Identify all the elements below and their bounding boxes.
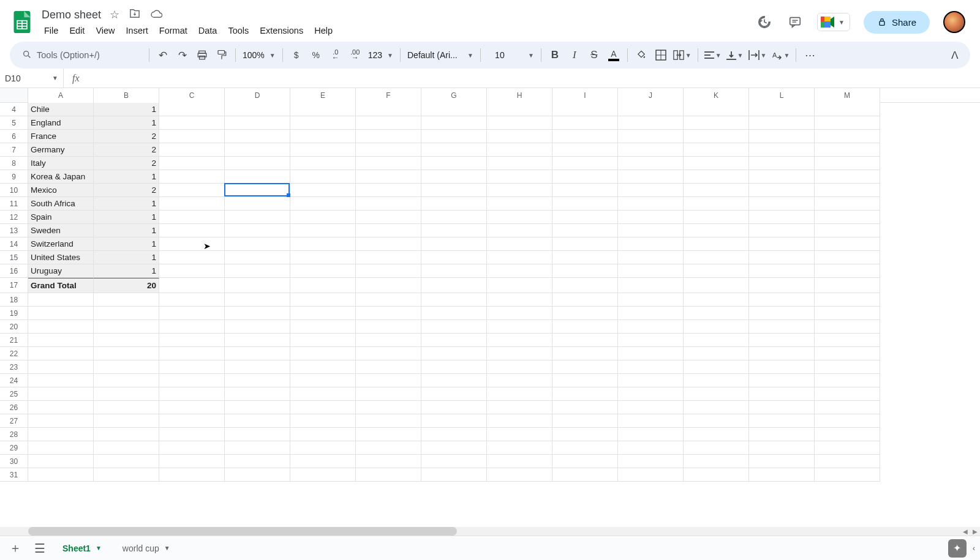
cell-F15[interactable] (356, 251, 421, 264)
cell-E16[interactable] (290, 264, 356, 278)
cell-D7[interactable] (225, 143, 290, 157)
cell-L26[interactable] (749, 401, 815, 414)
cell-I19[interactable] (552, 307, 618, 320)
cell-F13[interactable] (356, 224, 421, 237)
cell-A28[interactable] (28, 428, 94, 441)
cell-K8[interactable] (684, 157, 749, 170)
cell-A12[interactable]: Spain (28, 211, 94, 224)
cell-F8[interactable] (356, 157, 421, 170)
cell-C24[interactable] (159, 374, 225, 387)
cell-B28[interactable] (94, 428, 159, 441)
cell-K19[interactable] (684, 307, 749, 320)
sheet-tab-sheet1[interactable]: Sheet1▼ (54, 539, 110, 558)
cell-E9[interactable] (290, 170, 356, 184)
cell-H15[interactable] (487, 251, 552, 264)
cell-L5[interactable] (749, 116, 815, 130)
cell-I23[interactable] (552, 360, 618, 374)
cell-E12[interactable] (290, 211, 356, 224)
cell-L23[interactable] (749, 360, 815, 374)
row-header-8[interactable]: 8 (0, 157, 28, 170)
cell-M14[interactable] (815, 237, 880, 251)
cell-G17[interactable] (421, 278, 487, 293)
cell-L25[interactable] (749, 387, 815, 401)
cell-C30[interactable] (159, 455, 225, 468)
cell-H25[interactable] (487, 387, 552, 401)
cell-A19[interactable] (28, 307, 94, 320)
column-header-G[interactable]: G (421, 88, 487, 103)
cell-M8[interactable] (815, 157, 880, 170)
doc-title[interactable]: Demo sheet (39, 9, 104, 21)
cell-C29[interactable] (159, 441, 225, 455)
cell-G16[interactable] (421, 264, 487, 278)
redo-button[interactable]: ↷ (173, 46, 192, 64)
cell-A10[interactable]: Mexico (28, 184, 94, 197)
side-panel-toggle[interactable]: ‹ (973, 543, 975, 553)
cell-A30[interactable] (28, 455, 94, 468)
column-header-I[interactable]: I (552, 88, 618, 103)
cell-F24[interactable] (356, 374, 421, 387)
cell-H18[interactable] (487, 293, 552, 307)
cell-I31[interactable] (552, 468, 618, 482)
cell-J29[interactable] (618, 441, 684, 455)
zoom-dropdown[interactable]: 100%▼ (240, 50, 278, 60)
row-header-26[interactable]: 26 (0, 401, 28, 414)
cell-G27[interactable] (421, 414, 487, 428)
cell-B16[interactable]: 1 (94, 264, 159, 278)
cell-J17[interactable] (618, 278, 684, 293)
cell-G14[interactable] (421, 237, 487, 251)
cell-H20[interactable] (487, 320, 552, 334)
row-header-27[interactable]: 27 (0, 414, 28, 428)
cell-J30[interactable] (618, 455, 684, 468)
collapse-toolbar-button[interactable]: ᐱ (946, 46, 964, 64)
cell-J5[interactable] (618, 116, 684, 130)
horizontal-align-button[interactable]: ▼ (703, 46, 723, 64)
cell-I16[interactable] (552, 264, 618, 278)
horizontal-scrollbar[interactable]: ◀ ▶ (0, 527, 980, 536)
print-button[interactable] (193, 46, 211, 64)
row-header-30[interactable]: 30 (0, 455, 28, 468)
cell-L9[interactable] (749, 170, 815, 184)
cell-L22[interactable] (749, 347, 815, 360)
formula-input[interactable] (88, 69, 980, 88)
cell-F26[interactable] (356, 401, 421, 414)
cell-M30[interactable] (815, 455, 880, 468)
cell-K30[interactable] (684, 455, 749, 468)
cell-G31[interactable] (421, 468, 487, 482)
cell-B7[interactable]: 2 (94, 143, 159, 157)
cell-B29[interactable] (94, 441, 159, 455)
cell-H4[interactable] (487, 103, 552, 116)
cell-K31[interactable] (684, 468, 749, 482)
column-header-C[interactable]: C (159, 88, 225, 103)
cell-E19[interactable] (290, 307, 356, 320)
row-header-5[interactable]: 5 (0, 116, 28, 130)
cell-C27[interactable] (159, 414, 225, 428)
cell-L18[interactable] (749, 293, 815, 307)
cell-F12[interactable] (356, 211, 421, 224)
cell-C16[interactable] (159, 264, 225, 278)
cell-A5[interactable]: England (28, 116, 94, 130)
cell-M29[interactable] (815, 441, 880, 455)
cell-F21[interactable] (356, 334, 421, 347)
cell-M28[interactable] (815, 428, 880, 441)
cell-B18[interactable] (94, 293, 159, 307)
cell-H19[interactable] (487, 307, 552, 320)
chevron-down-icon[interactable]: ▼ (164, 545, 170, 551)
row-header-14[interactable]: 14 (0, 237, 28, 251)
cell-H12[interactable] (487, 211, 552, 224)
cell-F5[interactable] (356, 116, 421, 130)
cell-M25[interactable] (815, 387, 880, 401)
cell-L31[interactable] (749, 468, 815, 482)
row-header-21[interactable]: 21 (0, 334, 28, 347)
cell-D21[interactable] (225, 334, 290, 347)
menu-tools[interactable]: Tools (223, 23, 254, 38)
cell-E11[interactable] (290, 197, 356, 211)
cell-H21[interactable] (487, 334, 552, 347)
cell-C10[interactable] (159, 184, 225, 197)
cell-B30[interactable] (94, 455, 159, 468)
paint-format-button[interactable] (213, 46, 231, 64)
cell-F22[interactable] (356, 347, 421, 360)
cell-I25[interactable] (552, 387, 618, 401)
cell-C26[interactable] (159, 401, 225, 414)
cell-F30[interactable] (356, 455, 421, 468)
font-size-dropdown[interactable]: 10▼ (485, 50, 537, 60)
